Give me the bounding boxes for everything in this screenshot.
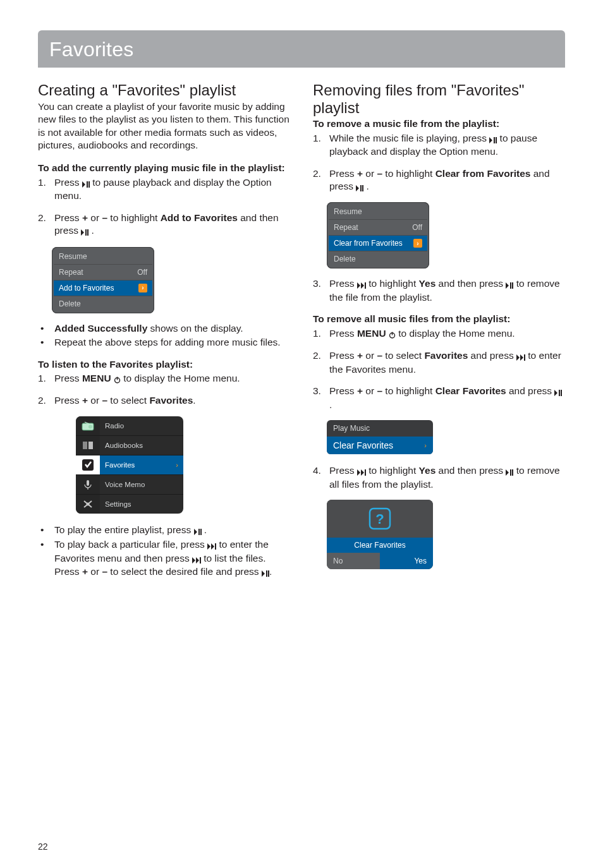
menu-row-add-favorites: Add to Favorites›: [54, 280, 152, 296]
add-notes: •Added Successfully shows on the display…: [38, 322, 290, 349]
removeall-steps-2: 2. Press + or – to select Favorites and …: [313, 349, 565, 376]
home-row-favorites: Favorites›: [76, 455, 183, 475]
body: Press MENU to display the Home menu.: [329, 327, 565, 341]
label: Delete: [334, 255, 356, 263]
t: and press: [468, 350, 516, 361]
body: Press + or – to highlight Clear Favorite…: [329, 385, 565, 411]
menu-row-delete: Delete: [329, 251, 427, 267]
mic-icon: [76, 475, 100, 494]
t: and press: [506, 385, 555, 396]
bullet-icon: •: [38, 524, 54, 537]
t: to highlight: [382, 168, 436, 179]
menu-row-clear-favorites: Clear from Favorites›: [329, 236, 427, 251]
minus: –: [102, 395, 107, 406]
t: to select the desired file and press: [107, 566, 262, 577]
body: To play the entire playlist, press .: [54, 524, 290, 537]
favorites-menu: Play Music Clear Favorites›: [327, 420, 433, 454]
play-pause-icon: [489, 133, 497, 145]
t: and then press: [436, 465, 506, 476]
removeall-step-1: 1. Press MENU to display the Home menu.: [313, 327, 565, 341]
sub-remove-one: To remove a music file from the playlist…: [313, 118, 565, 130]
value: Off: [412, 223, 422, 232]
power-icon: [389, 328, 396, 341]
body: Press MENU to display the Home menu.: [54, 372, 290, 385]
play-note-1: •To play the entire playlist, press .: [38, 524, 290, 537]
confirm-icon-area: ?: [327, 500, 433, 538]
num: 4.: [313, 464, 329, 491]
chevron-right-icon: ›: [176, 461, 183, 469]
confirm-yes: Yes: [380, 553, 433, 569]
bold: Favorites: [149, 395, 193, 406]
num: 1.: [38, 176, 54, 203]
t: or: [88, 212, 102, 223]
note-1: •Added Successfully shows on the display…: [38, 322, 290, 335]
t: Press: [54, 395, 82, 406]
body: Press + or – to select Favorites and pre…: [329, 349, 565, 376]
t: Press: [329, 350, 357, 361]
sub-listen: To listen to the Favorites playlist:: [38, 358, 290, 371]
menu-label: MENU: [82, 373, 111, 383]
svg-point-10: [87, 502, 90, 505]
body: Added Successfully shows on the display.: [54, 322, 290, 335]
t: To play the entire playlist, press: [54, 524, 194, 535]
t: Press: [329, 465, 357, 476]
confirm-buttons: No Yes: [327, 553, 433, 569]
num: 1.: [38, 372, 54, 385]
t: To play back a particular file, press: [54, 539, 207, 550]
next-icon: [192, 553, 201, 565]
play-pause-icon: [82, 177, 90, 190]
plus: +: [82, 212, 88, 223]
remove-steps: 1. While the music file is playing, pres…: [313, 132, 565, 159]
remove-step-3: 3. Press to highlight Yes and then press…: [313, 277, 565, 304]
t: to highlight: [107, 212, 161, 223]
play-pause-icon: [506, 278, 513, 291]
left-column: Creating a "Favorites" playlist You can …: [38, 81, 290, 588]
plus: +: [82, 566, 88, 577]
next-icon: [516, 350, 525, 363]
removeall-step-2: 2. Press + or – to select Favorites and …: [313, 349, 565, 376]
remove-steps-3: 3. Press to highlight Yes and then press…: [313, 277, 565, 304]
columns: Creating a "Favorites" playlist You can …: [38, 81, 565, 588]
home-row-voicememo: Voice Memo: [76, 475, 183, 495]
label: Repeat: [334, 223, 358, 232]
note-2: •Repeat the above steps for adding more …: [38, 336, 290, 349]
plus: +: [82, 395, 88, 406]
num: 2.: [313, 349, 329, 376]
t: or: [88, 395, 102, 406]
question-icon: ?: [367, 506, 393, 531]
num: 1.: [313, 132, 329, 159]
play-pause-icon: [81, 225, 88, 238]
bullet-icon: •: [38, 322, 54, 335]
removeall-step-4: 4. Press to highlight Yes and then press…: [313, 464, 565, 491]
play-pause-icon: [506, 465, 513, 478]
t: to display the Home menu.: [121, 373, 240, 383]
next-icon: [207, 539, 216, 552]
bold: Added Successfully: [54, 323, 147, 334]
bold: Add to Favorites: [161, 212, 238, 223]
next-icon: [357, 278, 366, 291]
t: Press: [54, 373, 82, 383]
svg-text:?: ?: [375, 511, 384, 527]
t: or: [363, 350, 377, 361]
value: Off: [137, 268, 147, 277]
t: Press: [54, 212, 82, 223]
t: to select: [107, 395, 149, 406]
svg-rect-8: [87, 480, 89, 486]
label: Favorites: [100, 461, 176, 469]
play-pause-icon: [194, 524, 202, 537]
home-menu: Radio Audiobooks Favorites› Voice Memo S…: [76, 416, 183, 514]
listen-steps-2: 2. Press + or – to select Favorites.: [38, 394, 290, 407]
t: to select: [382, 350, 424, 361]
plus: +: [357, 168, 363, 179]
svg-rect-6: [88, 442, 93, 449]
body: Press to highlight Yes and then press to…: [329, 277, 565, 304]
bold: Favorites: [424, 350, 468, 361]
num: 2.: [38, 212, 54, 238]
remove-steps-2: 2. Press + or – to highlight Clear from …: [313, 167, 565, 194]
body: Press to pause playback and display the …: [54, 176, 290, 203]
plus: +: [357, 350, 363, 361]
heading-create: Creating a "Favorites" playlist: [38, 81, 290, 99]
page-title: Favorites: [49, 38, 554, 61]
label: Delete: [59, 299, 81, 308]
label: Repeat: [59, 268, 83, 277]
